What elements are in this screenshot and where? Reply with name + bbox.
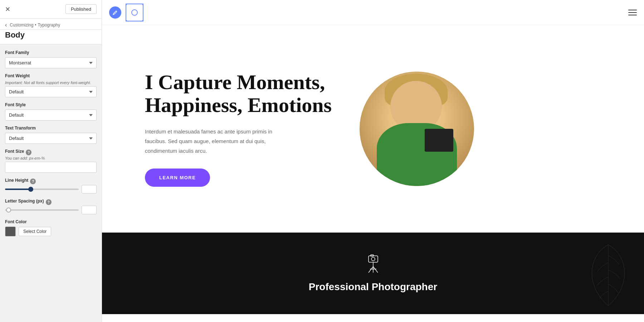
font-weight-select[interactable]: Default Normal Bold [5,86,97,97]
breadcrumb: ‹ Customizing • Typography [0,19,102,30]
letter-spacing-group: Letter Spacing (px) ? 0.2 [5,199,97,214]
font-weight-label: Font Weight [5,73,97,78]
svg-point-1 [371,257,375,261]
font-size-group: Font Size ? You can add: px-em-% 16px [5,149,97,173]
topbar-left [109,4,143,21]
font-family-label: Font Family [5,50,97,55]
svg-line-4 [369,267,373,273]
letter-spacing-slider-row: 0.2 [5,206,97,214]
font-family-group: Font Family Montserrat [5,50,97,68]
line-height-thumb[interactable] [28,187,33,192]
text-transform-label: Text Transform [5,126,97,131]
hero-cta-button[interactable]: LEARN MORE [145,169,210,187]
target-circle [131,9,138,16]
line-height-value-input[interactable]: 1.8 [82,185,97,194]
font-size-label-row: Font Size ? [5,149,97,156]
edit-icon[interactable] [109,6,121,19]
hero-image [360,72,474,186]
font-color-label: Font Color [5,219,97,224]
corner-tr [140,4,143,7]
letter-spacing-info-icon[interactable]: ? [46,199,52,205]
corner-tl [126,4,129,7]
letter-spacing-label-row: Letter Spacing (px) ? [5,199,97,206]
breadcrumb-typography: Typography [38,23,60,28]
font-size-input[interactable]: 16px [5,162,97,173]
select-color-button[interactable]: Select Color [19,227,51,236]
font-size-label: Font Size [5,149,24,154]
footer-leaf-decoration [587,241,630,314]
hamburger-line-1 [628,10,637,10]
line-height-slider-row: 1.8 [5,185,97,194]
preview-topbar [102,0,644,25]
customizer-panel: ✕ Published ‹ Customizing • Typography B… [0,0,102,322]
text-transform-select[interactable]: Default None Uppercase [5,133,97,144]
font-style-label: Font Style [5,102,97,107]
panel-header: ✕ Published [0,0,102,19]
hamburger-line-2 [628,12,637,13]
letter-spacing-thumb[interactable] [6,208,11,213]
hamburger-menu-button[interactable] [628,10,637,15]
text-transform-group: Text Transform Default None Uppercase [5,126,97,144]
target-icon[interactable] [126,4,143,21]
font-size-info-icon[interactable]: ? [26,150,31,155]
breadcrumb-separator: • [35,23,36,28]
font-style-select[interactable]: Default Normal Italic [5,109,97,121]
camera-tripod-icon [364,254,382,277]
panel-body: Font Family Montserrat Font Weight Impor… [0,44,102,247]
back-button[interactable]: ‹ [5,22,8,28]
published-button[interactable]: Published [65,4,97,14]
photographer-figure [360,72,474,186]
footer-title: Professional Photographer [309,281,437,293]
font-family-select[interactable]: Montserrat [5,57,97,68]
close-button[interactable]: ✕ [5,6,10,13]
preview-content: I Capture Moments, Happiness, Emotions I… [102,25,644,322]
font-weight-group: Font Weight Important: Not all fonts sup… [5,73,97,97]
hero-text: I Capture Moments, Happiness, Emotions I… [145,71,345,187]
hero-title: I Capture Moments, Happiness, Emotions [145,71,345,117]
font-size-note: You can add: px-em-% [5,156,97,160]
font-weight-note: Important: Not all fonts support every f… [5,80,97,85]
footer-section: Professional Photographer [102,233,644,314]
corner-bl [126,18,129,21]
breadcrumb-customizing: Customizing [10,23,33,28]
hero-section: I Capture Moments, Happiness, Emotions I… [102,25,644,233]
font-color-group: Font Color Select Color [5,219,97,236]
line-height-track[interactable] [5,189,79,190]
svg-rect-0 [369,256,378,262]
hamburger-line-3 [628,15,637,15]
corner-br [140,18,143,21]
letter-spacing-label: Letter Spacing (px) [5,199,44,204]
line-height-info-icon[interactable]: ? [30,179,36,184]
line-height-group: Line Height ? 1.8 [5,178,97,194]
hero-description: Interdum et malesuada fames ac ante ipsu… [145,127,281,156]
photographer-camera [425,129,453,152]
letter-spacing-value-input[interactable]: 0.2 [82,206,97,214]
svg-line-5 [373,267,378,273]
svg-rect-2 [371,255,374,256]
section-title: Body [0,30,102,44]
color-swatch[interactable] [5,226,16,236]
font-style-group: Font Style Default Normal Italic [5,102,97,121]
color-row: Select Color [5,226,97,236]
line-height-label: Line Height [5,178,28,183]
preview-area: I Capture Moments, Happiness, Emotions I… [102,0,644,322]
line-height-label-row: Line Height ? [5,178,97,185]
letter-spacing-track[interactable] [5,209,79,211]
